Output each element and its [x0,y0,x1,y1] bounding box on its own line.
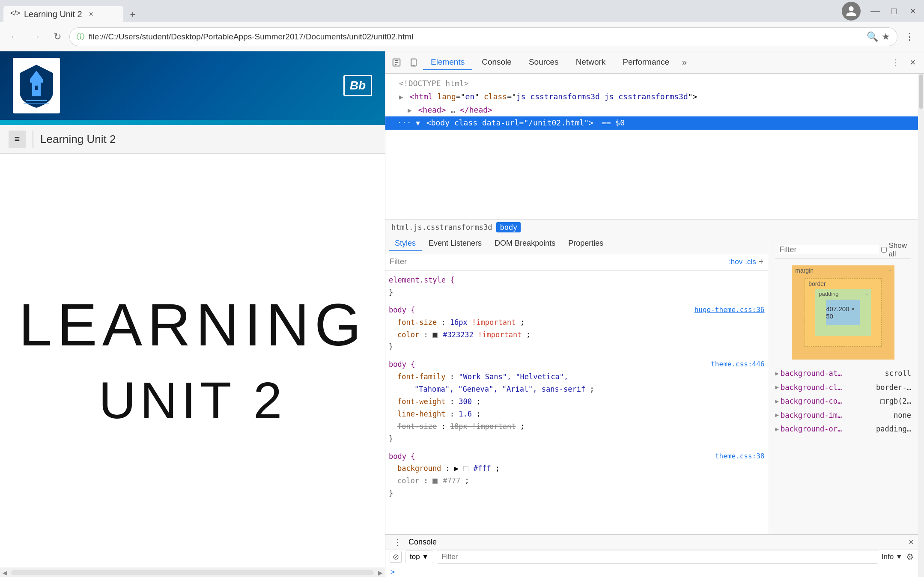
html-line-body[interactable]: ··· ▼ <body class data-url="/unit02.html… [385,116,918,130]
show-all-checkbox[interactable]: Show all [881,241,907,259]
devtools-tab-performance[interactable]: Performance [615,55,677,70]
bottom-scrollbar[interactable]: ◀ ▶ [0,568,385,577]
computed-prop-background-at[interactable]: ▶ background-at… scroll [775,366,911,381]
color-swatch-fff[interactable] [463,466,468,471]
css-selector: element.style { [389,276,455,284]
inspect-element-button[interactable] [389,55,404,70]
css-source-theme38[interactable]: theme.css:38 [715,450,765,462]
show-all-check[interactable] [881,247,887,253]
devtools-toolbar: Elements Console Sources Network Perform… [385,51,924,74]
html-line-html[interactable]: ▶ <html lang="en" class="js csstransform… [385,90,918,104]
css-value-background: #fff [474,464,491,473]
css-value-line-height: 1.6 [459,410,472,418]
color-swatch-323232[interactable] [432,333,438,338]
prop-expand-icon: ▶ [775,410,778,420]
console-title: Console [408,538,437,547]
profile-icon[interactable] [842,2,861,21]
prop-expand-icon: ▶ [775,382,778,393]
console-context-dropdown-icon: ▼ [422,553,429,561]
console-settings-button[interactable]: ⚙ [906,552,914,562]
styles-tab-event-listeners[interactable]: Event Listeners [423,236,488,251]
console-level-label: Info [882,553,894,561]
html-source[interactable]: <!DOCTYPE html> ▶ <html lang="en" class=… [385,74,918,219]
prop-name: background-at… [781,367,842,380]
styles-left-panel: Styles Event Listeners DOM Breakpoints P… [385,235,768,534]
console-close-button[interactable]: × [909,537,914,547]
doctype-text: <!DOCTYPE html> [399,79,469,88]
breadcrumb-body[interactable]: body [496,222,521,232]
devtools-tab-network[interactable]: Network [568,55,614,70]
computed-prop-background-or[interactable]: ▶ background-or… padding… [775,422,911,436]
css-prop-line-height: line-height [397,410,446,418]
html-line-head[interactable]: ▶ <head> … </head> [385,104,918,117]
back-button[interactable]: ← [5,27,24,46]
styles-tab-properties[interactable]: Properties [562,236,609,251]
address-bar[interactable]: ⓘ file:///C:/Users/student/Desktop/Porta… [69,27,897,46]
devtools-menu-button[interactable]: ⋮ [888,55,903,70]
reload-button[interactable]: ↻ [48,27,67,46]
devtools-more-tabs[interactable]: » [679,57,690,67]
computed-filter-input[interactable] [779,245,879,254]
forward-button[interactable]: → [27,27,45,46]
breadcrumb-bar: html.js.csstransforms3d body [385,219,918,235]
search-icon[interactable]: 🔍 [867,31,878,42]
styles-tab-dom-breakpoints[interactable]: DOM Breakpoints [489,236,561,251]
breadcrumb-html[interactable]: html.js.csstransforms3d [389,222,495,232]
console-menu-icon[interactable]: ⋮ [390,535,405,550]
minimize-button[interactable]: — [867,3,883,19]
devtools-close-button[interactable]: × [905,55,921,70]
expand-head-icon[interactable]: ▶ [408,106,412,114]
html-line-doctype[interactable]: <!DOCTYPE html> [385,77,918,90]
devtools-scrollbar[interactable] [918,74,924,577]
box-model-panel: Show all margin - border [768,235,918,534]
new-tab-button[interactable]: + [125,7,140,22]
devtools-scrollbar-thumb[interactable] [919,74,923,109]
padding-minus: - [866,291,867,297]
devtools-tab-sources[interactable]: Sources [521,55,566,70]
scroll-track[interactable] [11,570,374,575]
bookmark-icon[interactable]: ★ [882,31,890,42]
tab-close-button[interactable]: × [86,9,96,19]
computed-prop-background-co[interactable]: ▶ background-co… □rgb(2… [775,394,911,408]
box-dimensions: 407.200 × 50 [826,305,860,320]
css-block-body-theme38: theme.css:38 body { background : ▶ #fff [389,450,764,500]
console-level-selector[interactable]: Info ▼ [882,553,903,561]
devtools-tab-console[interactable]: Console [474,55,519,70]
device-toolbar-button[interactable] [406,55,421,70]
expand-body-icon[interactable]: ▼ [416,119,420,127]
styles-tab-styles[interactable]: Styles [389,236,422,251]
active-tab[interactable]: </> Learning Unit 2 × [3,6,123,22]
styles-content: element.style { } hugo-theme.css:36 body… [385,271,768,534]
color-swatch-777[interactable] [432,479,438,484]
console-clear-button[interactable]: ⊘ [390,551,402,563]
hero-subtitle: UNIT 2 [99,371,286,430]
devtools-body: <!DOCTYPE html> ▶ <html lang="en" class=… [385,74,924,577]
console-level-dropdown-icon: ▼ [895,553,903,561]
tab-title: Learning Unit 2 [24,9,82,19]
scroll-left-button[interactable]: ◀ [0,568,9,577]
menu-button[interactable]: ⋮ [900,27,919,46]
pseudo-class-button[interactable]: :hov [729,258,742,266]
computed-prop-background-im[interactable]: ▶ background-im… none [775,408,911,422]
close-button[interactable]: × [905,3,921,19]
prop-value: padding… [876,422,911,436]
add-style-button[interactable]: + [759,257,764,267]
svg-rect-3 [35,86,38,90]
css-prop-font-weight: font-weight [397,397,446,406]
css-source-theme446[interactable]: theme.css:446 [711,358,764,370]
scroll-right-button[interactable]: ▶ [376,568,385,577]
console-context-selector[interactable]: top ▼ [405,550,433,563]
html-tag: <html [409,92,437,101]
svg-rect-1 [30,79,43,83]
computed-prop-background-cl[interactable]: ▶ background-cl… border-… [775,381,911,395]
margin-minus: - [889,267,891,274]
devtools-tab-elements[interactable]: Elements [423,55,472,70]
console-section: ⋮ Console × ⊘ top ▼ Info [385,534,918,577]
expand-html-icon[interactable]: ▶ [399,93,403,101]
console-filter-input[interactable] [437,550,878,564]
cls-button[interactable]: .cls [745,258,756,266]
styles-filter-input[interactable] [390,257,726,266]
css-prop-font-size: font-size [397,318,437,327]
maximize-button[interactable]: □ [886,3,902,19]
css-source-link[interactable]: hugo-theme.css:36 [694,304,765,315]
